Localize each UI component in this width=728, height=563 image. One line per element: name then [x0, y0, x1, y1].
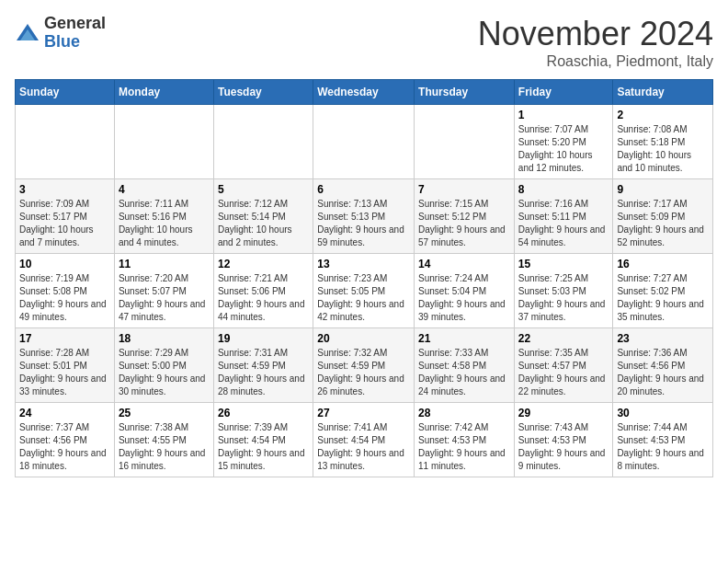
- calendar-cell: 29Sunrise: 7:43 AM Sunset: 4:53 PM Dayli…: [514, 403, 613, 477]
- day-number: 21: [418, 332, 510, 345]
- calendar-week-row: 1Sunrise: 7:07 AM Sunset: 5:20 PM Daylig…: [16, 105, 713, 179]
- day-info: Sunrise: 7:37 AM Sunset: 4:56 PM Dayligh…: [19, 421, 110, 473]
- month-title: November 2024: [478, 15, 713, 53]
- day-number: 3: [19, 183, 110, 196]
- calendar-cell: 4Sunrise: 7:11 AM Sunset: 5:16 PM Daylig…: [114, 179, 213, 254]
- day-number: 13: [317, 258, 410, 270]
- day-number: 6: [317, 183, 410, 196]
- day-number: 27: [317, 407, 410, 419]
- calendar-cell: 3Sunrise: 7:09 AM Sunset: 5:17 PM Daylig…: [16, 179, 115, 254]
- day-number: 17: [19, 332, 110, 345]
- calendar-cell: 19Sunrise: 7:31 AM Sunset: 4:59 PM Dayli…: [213, 328, 313, 403]
- calendar-cell: 17Sunrise: 7:28 AM Sunset: 5:01 PM Dayli…: [16, 328, 115, 403]
- logo-icon: [15, 20, 40, 46]
- day-info: Sunrise: 7:32 AM Sunset: 4:59 PM Dayligh…: [317, 347, 410, 398]
- calendar-cell: [16, 105, 115, 179]
- day-info: Sunrise: 7:08 AM Sunset: 5:18 PM Dayligh…: [617, 123, 709, 175]
- calendar-cell: 14Sunrise: 7:24 AM Sunset: 5:04 PM Dayli…: [415, 254, 515, 328]
- day-info: Sunrise: 7:11 AM Sunset: 5:16 PM Dayligh…: [119, 198, 210, 249]
- day-number: 1: [518, 109, 609, 121]
- calendar-cell: 18Sunrise: 7:29 AM Sunset: 5:00 PM Dayli…: [114, 328, 213, 403]
- day-number: 14: [418, 258, 510, 270]
- day-info: Sunrise: 7:43 AM Sunset: 4:53 PM Dayligh…: [518, 421, 609, 473]
- day-info: Sunrise: 7:20 AM Sunset: 5:07 PM Dayligh…: [119, 272, 210, 324]
- calendar-cell: [114, 105, 213, 179]
- day-number: 2: [617, 109, 709, 121]
- calendar-cell: 1Sunrise: 7:07 AM Sunset: 5:20 PM Daylig…: [514, 105, 613, 179]
- day-number: 26: [218, 407, 309, 419]
- day-info: Sunrise: 7:23 AM Sunset: 5:05 PM Dayligh…: [317, 272, 410, 324]
- day-info: Sunrise: 7:19 AM Sunset: 5:08 PM Dayligh…: [19, 272, 110, 324]
- calendar-cell: 27Sunrise: 7:41 AM Sunset: 4:54 PM Dayli…: [313, 403, 415, 477]
- day-number: 15: [518, 258, 609, 270]
- day-info: Sunrise: 7:36 AM Sunset: 4:56 PM Dayligh…: [617, 347, 709, 398]
- calendar-cell: 30Sunrise: 7:44 AM Sunset: 4:53 PM Dayli…: [613, 403, 713, 477]
- day-number: 4: [119, 183, 210, 196]
- weekday-header-tuesday: Tuesday: [213, 80, 313, 105]
- day-number: 8: [518, 183, 609, 196]
- calendar-cell: 11Sunrise: 7:20 AM Sunset: 5:07 PM Dayli…: [114, 254, 213, 328]
- day-info: Sunrise: 7:39 AM Sunset: 4:54 PM Dayligh…: [218, 421, 309, 473]
- calendar-cell: 21Sunrise: 7:33 AM Sunset: 4:58 PM Dayli…: [415, 328, 515, 403]
- calendar-cell: 7Sunrise: 7:15 AM Sunset: 5:12 PM Daylig…: [415, 179, 515, 254]
- day-number: 23: [617, 332, 709, 345]
- calendar-cell: 6Sunrise: 7:13 AM Sunset: 5:13 PM Daylig…: [313, 179, 415, 254]
- weekday-header-row: SundayMondayTuesdayWednesdayThursdayFrid…: [16, 80, 713, 105]
- day-info: Sunrise: 7:41 AM Sunset: 4:54 PM Dayligh…: [317, 421, 410, 473]
- calendar-cell: 10Sunrise: 7:19 AM Sunset: 5:08 PM Dayli…: [16, 254, 115, 328]
- weekday-header-wednesday: Wednesday: [313, 80, 415, 105]
- day-number: 30: [617, 407, 709, 419]
- day-info: Sunrise: 7:16 AM Sunset: 5:11 PM Dayligh…: [518, 198, 609, 249]
- calendar-cell: 28Sunrise: 7:42 AM Sunset: 4:53 PM Dayli…: [415, 403, 515, 477]
- logo: General Blue: [15, 15, 106, 52]
- calendar-cell: 23Sunrise: 7:36 AM Sunset: 4:56 PM Dayli…: [613, 328, 713, 403]
- calendar-cell: 26Sunrise: 7:39 AM Sunset: 4:54 PM Dayli…: [213, 403, 313, 477]
- calendar-week-row: 3Sunrise: 7:09 AM Sunset: 5:17 PM Daylig…: [16, 179, 713, 254]
- calendar-cell: 9Sunrise: 7:17 AM Sunset: 5:09 PM Daylig…: [613, 179, 713, 254]
- day-info: Sunrise: 7:12 AM Sunset: 5:14 PM Dayligh…: [218, 198, 309, 249]
- calendar-cell: 16Sunrise: 7:27 AM Sunset: 5:02 PM Dayli…: [613, 254, 713, 328]
- calendar-cell: 5Sunrise: 7:12 AM Sunset: 5:14 PM Daylig…: [213, 179, 313, 254]
- calendar-cell: 24Sunrise: 7:37 AM Sunset: 4:56 PM Dayli…: [16, 403, 115, 477]
- weekday-header-thursday: Thursday: [415, 80, 515, 105]
- weekday-header-monday: Monday: [114, 80, 213, 105]
- title-block: November 2024 Roaschia, Piedmont, Italy: [478, 15, 713, 70]
- weekday-header-sunday: Sunday: [16, 80, 115, 105]
- day-info: Sunrise: 7:13 AM Sunset: 5:13 PM Dayligh…: [317, 198, 410, 249]
- day-number: 19: [218, 332, 309, 345]
- calendar-cell: 20Sunrise: 7:32 AM Sunset: 4:59 PM Dayli…: [313, 328, 415, 403]
- day-info: Sunrise: 7:09 AM Sunset: 5:17 PM Dayligh…: [19, 198, 110, 249]
- calendar-cell: [415, 105, 515, 179]
- calendar-cell: 13Sunrise: 7:23 AM Sunset: 5:05 PM Dayli…: [313, 254, 415, 328]
- day-info: Sunrise: 7:17 AM Sunset: 5:09 PM Dayligh…: [617, 198, 709, 249]
- day-number: 25: [119, 407, 210, 419]
- calendar-cell: 12Sunrise: 7:21 AM Sunset: 5:06 PM Dayli…: [213, 254, 313, 328]
- day-info: Sunrise: 7:35 AM Sunset: 4:57 PM Dayligh…: [518, 347, 609, 398]
- day-info: Sunrise: 7:15 AM Sunset: 5:12 PM Dayligh…: [418, 198, 510, 249]
- calendar-cell: 15Sunrise: 7:25 AM Sunset: 5:03 PM Dayli…: [514, 254, 613, 328]
- day-info: Sunrise: 7:29 AM Sunset: 5:00 PM Dayligh…: [119, 347, 210, 398]
- day-number: 20: [317, 332, 410, 345]
- day-number: 29: [518, 407, 609, 419]
- page-header: General Blue November 2024 Roaschia, Pie…: [15, 15, 713, 70]
- logo-text: General Blue: [44, 15, 106, 52]
- weekday-header-friday: Friday: [514, 80, 613, 105]
- calendar-cell: 8Sunrise: 7:16 AM Sunset: 5:11 PM Daylig…: [514, 179, 613, 254]
- calendar-week-row: 24Sunrise: 7:37 AM Sunset: 4:56 PM Dayli…: [16, 403, 713, 477]
- calendar-cell: 25Sunrise: 7:38 AM Sunset: 4:55 PM Dayli…: [114, 403, 213, 477]
- location: Roaschia, Piedmont, Italy: [478, 53, 713, 70]
- calendar-week-row: 17Sunrise: 7:28 AM Sunset: 5:01 PM Dayli…: [16, 328, 713, 403]
- day-number: 5: [218, 183, 309, 196]
- day-number: 16: [617, 258, 709, 270]
- day-info: Sunrise: 7:25 AM Sunset: 5:03 PM Dayligh…: [518, 272, 609, 324]
- calendar-cell: 2Sunrise: 7:08 AM Sunset: 5:18 PM Daylig…: [613, 105, 713, 179]
- day-info: Sunrise: 7:21 AM Sunset: 5:06 PM Dayligh…: [218, 272, 309, 324]
- calendar-table: SundayMondayTuesdayWednesdayThursdayFrid…: [15, 79, 713, 477]
- calendar-week-row: 10Sunrise: 7:19 AM Sunset: 5:08 PM Dayli…: [16, 254, 713, 328]
- day-info: Sunrise: 7:31 AM Sunset: 4:59 PM Dayligh…: [218, 347, 309, 398]
- calendar-cell: 22Sunrise: 7:35 AM Sunset: 4:57 PM Dayli…: [514, 328, 613, 403]
- calendar-body: 1Sunrise: 7:07 AM Sunset: 5:20 PM Daylig…: [16, 105, 713, 477]
- day-number: 24: [19, 407, 110, 419]
- day-number: 28: [418, 407, 510, 419]
- day-info: Sunrise: 7:42 AM Sunset: 4:53 PM Dayligh…: [418, 421, 510, 473]
